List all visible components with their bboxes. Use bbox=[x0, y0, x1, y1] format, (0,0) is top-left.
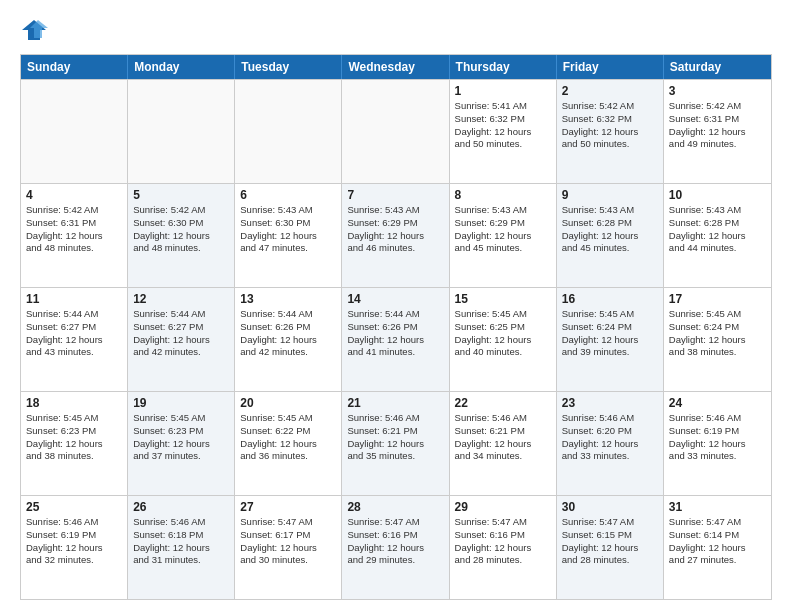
calendar-cell bbox=[21, 80, 128, 183]
calendar-week-3: 11Sunrise: 5:44 AMSunset: 6:27 PMDayligh… bbox=[21, 287, 771, 391]
calendar-cell: 11Sunrise: 5:44 AMSunset: 6:27 PMDayligh… bbox=[21, 288, 128, 391]
calendar-cell: 5Sunrise: 5:42 AMSunset: 6:30 PMDaylight… bbox=[128, 184, 235, 287]
calendar-cell: 22Sunrise: 5:46 AMSunset: 6:21 PMDayligh… bbox=[450, 392, 557, 495]
cell-daylight-info: Sunrise: 5:47 AMSunset: 6:16 PMDaylight:… bbox=[455, 516, 551, 567]
calendar-cell: 31Sunrise: 5:47 AMSunset: 6:14 PMDayligh… bbox=[664, 496, 771, 599]
cell-daylight-info: Sunrise: 5:46 AMSunset: 6:21 PMDaylight:… bbox=[455, 412, 551, 463]
day-number: 8 bbox=[455, 188, 551, 202]
calendar-cell: 23Sunrise: 5:46 AMSunset: 6:20 PMDayligh… bbox=[557, 392, 664, 495]
calendar-cell: 24Sunrise: 5:46 AMSunset: 6:19 PMDayligh… bbox=[664, 392, 771, 495]
cell-daylight-info: Sunrise: 5:46 AMSunset: 6:21 PMDaylight:… bbox=[347, 412, 443, 463]
cell-daylight-info: Sunrise: 5:44 AMSunset: 6:27 PMDaylight:… bbox=[133, 308, 229, 359]
day-number: 14 bbox=[347, 292, 443, 306]
day-number: 21 bbox=[347, 396, 443, 410]
calendar-cell: 9Sunrise: 5:43 AMSunset: 6:28 PMDaylight… bbox=[557, 184, 664, 287]
day-number: 19 bbox=[133, 396, 229, 410]
cell-daylight-info: Sunrise: 5:45 AMSunset: 6:25 PMDaylight:… bbox=[455, 308, 551, 359]
logo-icon bbox=[20, 16, 48, 44]
calendar-cell: 7Sunrise: 5:43 AMSunset: 6:29 PMDaylight… bbox=[342, 184, 449, 287]
day-number: 24 bbox=[669, 396, 766, 410]
cell-daylight-info: Sunrise: 5:47 AMSunset: 6:15 PMDaylight:… bbox=[562, 516, 658, 567]
cell-daylight-info: Sunrise: 5:43 AMSunset: 6:29 PMDaylight:… bbox=[347, 204, 443, 255]
header-day-saturday: Saturday bbox=[664, 55, 771, 79]
day-number: 23 bbox=[562, 396, 658, 410]
calendar-cell: 13Sunrise: 5:44 AMSunset: 6:26 PMDayligh… bbox=[235, 288, 342, 391]
cell-daylight-info: Sunrise: 5:42 AMSunset: 6:30 PMDaylight:… bbox=[133, 204, 229, 255]
calendar-cell: 21Sunrise: 5:46 AMSunset: 6:21 PMDayligh… bbox=[342, 392, 449, 495]
cell-daylight-info: Sunrise: 5:44 AMSunset: 6:27 PMDaylight:… bbox=[26, 308, 122, 359]
cell-daylight-info: Sunrise: 5:45 AMSunset: 6:23 PMDaylight:… bbox=[133, 412, 229, 463]
calendar-cell: 16Sunrise: 5:45 AMSunset: 6:24 PMDayligh… bbox=[557, 288, 664, 391]
cell-daylight-info: Sunrise: 5:43 AMSunset: 6:28 PMDaylight:… bbox=[669, 204, 766, 255]
day-number: 5 bbox=[133, 188, 229, 202]
calendar: SundayMondayTuesdayWednesdayThursdayFrid… bbox=[20, 54, 772, 600]
day-number: 31 bbox=[669, 500, 766, 514]
cell-daylight-info: Sunrise: 5:47 AMSunset: 6:16 PMDaylight:… bbox=[347, 516, 443, 567]
day-number: 13 bbox=[240, 292, 336, 306]
header bbox=[20, 16, 772, 44]
day-number: 10 bbox=[669, 188, 766, 202]
cell-daylight-info: Sunrise: 5:47 AMSunset: 6:17 PMDaylight:… bbox=[240, 516, 336, 567]
cell-daylight-info: Sunrise: 5:46 AMSunset: 6:20 PMDaylight:… bbox=[562, 412, 658, 463]
calendar-cell: 18Sunrise: 5:45 AMSunset: 6:23 PMDayligh… bbox=[21, 392, 128, 495]
cell-daylight-info: Sunrise: 5:45 AMSunset: 6:24 PMDaylight:… bbox=[562, 308, 658, 359]
day-number: 30 bbox=[562, 500, 658, 514]
cell-daylight-info: Sunrise: 5:43 AMSunset: 6:29 PMDaylight:… bbox=[455, 204, 551, 255]
day-number: 27 bbox=[240, 500, 336, 514]
day-number: 2 bbox=[562, 84, 658, 98]
header-day-monday: Monday bbox=[128, 55, 235, 79]
calendar-body: 1Sunrise: 5:41 AMSunset: 6:32 PMDaylight… bbox=[21, 79, 771, 599]
calendar-cell: 20Sunrise: 5:45 AMSunset: 6:22 PMDayligh… bbox=[235, 392, 342, 495]
calendar-cell: 14Sunrise: 5:44 AMSunset: 6:26 PMDayligh… bbox=[342, 288, 449, 391]
cell-daylight-info: Sunrise: 5:44 AMSunset: 6:26 PMDaylight:… bbox=[347, 308, 443, 359]
cell-daylight-info: Sunrise: 5:45 AMSunset: 6:23 PMDaylight:… bbox=[26, 412, 122, 463]
calendar-cell: 19Sunrise: 5:45 AMSunset: 6:23 PMDayligh… bbox=[128, 392, 235, 495]
day-number: 28 bbox=[347, 500, 443, 514]
day-number: 25 bbox=[26, 500, 122, 514]
calendar-cell bbox=[342, 80, 449, 183]
calendar-cell: 12Sunrise: 5:44 AMSunset: 6:27 PMDayligh… bbox=[128, 288, 235, 391]
calendar-cell: 17Sunrise: 5:45 AMSunset: 6:24 PMDayligh… bbox=[664, 288, 771, 391]
calendar-cell: 15Sunrise: 5:45 AMSunset: 6:25 PMDayligh… bbox=[450, 288, 557, 391]
calendar-cell: 1Sunrise: 5:41 AMSunset: 6:32 PMDaylight… bbox=[450, 80, 557, 183]
day-number: 6 bbox=[240, 188, 336, 202]
calendar-cell: 10Sunrise: 5:43 AMSunset: 6:28 PMDayligh… bbox=[664, 184, 771, 287]
page: SundayMondayTuesdayWednesdayThursdayFrid… bbox=[0, 0, 792, 612]
day-number: 22 bbox=[455, 396, 551, 410]
day-number: 11 bbox=[26, 292, 122, 306]
cell-daylight-info: Sunrise: 5:42 AMSunset: 6:31 PMDaylight:… bbox=[26, 204, 122, 255]
cell-daylight-info: Sunrise: 5:45 AMSunset: 6:22 PMDaylight:… bbox=[240, 412, 336, 463]
day-number: 12 bbox=[133, 292, 229, 306]
calendar-cell: 2Sunrise: 5:42 AMSunset: 6:32 PMDaylight… bbox=[557, 80, 664, 183]
calendar-cell: 8Sunrise: 5:43 AMSunset: 6:29 PMDaylight… bbox=[450, 184, 557, 287]
day-number: 18 bbox=[26, 396, 122, 410]
calendar-week-1: 1Sunrise: 5:41 AMSunset: 6:32 PMDaylight… bbox=[21, 79, 771, 183]
day-number: 7 bbox=[347, 188, 443, 202]
calendar-cell: 26Sunrise: 5:46 AMSunset: 6:18 PMDayligh… bbox=[128, 496, 235, 599]
calendar-cell: 28Sunrise: 5:47 AMSunset: 6:16 PMDayligh… bbox=[342, 496, 449, 599]
calendar-cell: 6Sunrise: 5:43 AMSunset: 6:30 PMDaylight… bbox=[235, 184, 342, 287]
day-number: 20 bbox=[240, 396, 336, 410]
header-day-sunday: Sunday bbox=[21, 55, 128, 79]
cell-daylight-info: Sunrise: 5:41 AMSunset: 6:32 PMDaylight:… bbox=[455, 100, 551, 151]
header-day-wednesday: Wednesday bbox=[342, 55, 449, 79]
cell-daylight-info: Sunrise: 5:43 AMSunset: 6:28 PMDaylight:… bbox=[562, 204, 658, 255]
calendar-cell: 29Sunrise: 5:47 AMSunset: 6:16 PMDayligh… bbox=[450, 496, 557, 599]
calendar-cell: 30Sunrise: 5:47 AMSunset: 6:15 PMDayligh… bbox=[557, 496, 664, 599]
calendar-week-4: 18Sunrise: 5:45 AMSunset: 6:23 PMDayligh… bbox=[21, 391, 771, 495]
cell-daylight-info: Sunrise: 5:47 AMSunset: 6:14 PMDaylight:… bbox=[669, 516, 766, 567]
header-day-tuesday: Tuesday bbox=[235, 55, 342, 79]
logo bbox=[20, 16, 52, 44]
cell-daylight-info: Sunrise: 5:42 AMSunset: 6:31 PMDaylight:… bbox=[669, 100, 766, 151]
day-number: 16 bbox=[562, 292, 658, 306]
cell-daylight-info: Sunrise: 5:42 AMSunset: 6:32 PMDaylight:… bbox=[562, 100, 658, 151]
day-number: 1 bbox=[455, 84, 551, 98]
cell-daylight-info: Sunrise: 5:46 AMSunset: 6:18 PMDaylight:… bbox=[133, 516, 229, 567]
calendar-cell: 3Sunrise: 5:42 AMSunset: 6:31 PMDaylight… bbox=[664, 80, 771, 183]
calendar-cell bbox=[235, 80, 342, 183]
calendar-cell bbox=[128, 80, 235, 183]
day-number: 15 bbox=[455, 292, 551, 306]
header-day-friday: Friday bbox=[557, 55, 664, 79]
cell-daylight-info: Sunrise: 5:45 AMSunset: 6:24 PMDaylight:… bbox=[669, 308, 766, 359]
cell-daylight-info: Sunrise: 5:46 AMSunset: 6:19 PMDaylight:… bbox=[669, 412, 766, 463]
